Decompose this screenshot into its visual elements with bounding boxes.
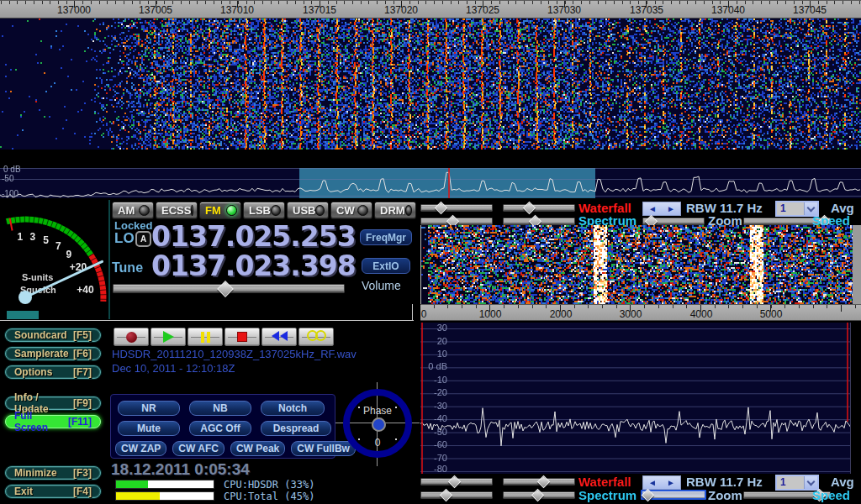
button-label: Options bbox=[14, 366, 52, 378]
mode-label: AM bbox=[118, 204, 135, 217]
tune-slider[interactable] bbox=[113, 284, 345, 293]
mute-button[interactable]: Mute bbox=[118, 421, 180, 436]
play-icon bbox=[163, 331, 174, 343]
rbw-spinner[interactable]: ◄ ► bbox=[642, 202, 681, 216]
button-label: Soundcard bbox=[14, 329, 67, 341]
loop-button[interactable] bbox=[298, 328, 334, 346]
mode-button-cw[interactable]: CW bbox=[330, 202, 372, 219]
db-label: 0 dB bbox=[3, 165, 21, 174]
waterfall-lower-slider[interactable] bbox=[503, 204, 575, 212]
waterfall-upper-slider[interactable] bbox=[420, 204, 493, 212]
slider-thumb[interactable] bbox=[447, 475, 461, 489]
waterfall-lower-slider[interactable] bbox=[503, 478, 575, 486]
mode-led-icon bbox=[405, 205, 412, 216]
freqmgr-button[interactable]: FreqMgr bbox=[360, 229, 412, 245]
rbw-spinner[interactable]: ◄ ► bbox=[642, 475, 681, 490]
samplerate-button[interactable]: Samplerate [F6] bbox=[5, 347, 101, 360]
spin-right-icon[interactable]: ► bbox=[667, 204, 675, 213]
main-frequency-scale[interactable]: 137000 137005 137010 137015 137020 13702… bbox=[0, 0, 861, 18]
zoom-slider[interactable] bbox=[641, 490, 706, 500]
nr-button[interactable]: NR bbox=[118, 401, 180, 416]
db-tick-label: 30 bbox=[422, 323, 447, 333]
phase-dial[interactable]: Phase 0 bbox=[340, 385, 415, 464]
record-button[interactable] bbox=[114, 328, 149, 346]
slider-thumb[interactable] bbox=[439, 489, 452, 502]
spectrum-lower-slider[interactable] bbox=[503, 491, 575, 499]
spin-left-icon[interactable]: ◄ bbox=[648, 204, 657, 213]
volume-track-line[interactable] bbox=[0, 320, 414, 321]
avg-select-value: 1 bbox=[777, 476, 804, 489]
dropdown-button[interactable] bbox=[804, 476, 817, 489]
main-waterfall-display[interactable] bbox=[0, 0, 861, 150]
mode-button-am[interactable]: AM bbox=[112, 202, 154, 219]
datetime-display: 18.12.2011 0:05:34 bbox=[111, 460, 250, 479]
lo-frequency-display[interactable]: 0137.025.253 bbox=[151, 223, 356, 250]
nb-button[interactable]: NB bbox=[189, 401, 251, 416]
mode-button-ecss[interactable]: ECSS bbox=[156, 202, 198, 219]
zoom-frequency-scale[interactable]: 0 1000 2000 3000 4000 5000 bbox=[420, 304, 861, 321]
freq-tick-label: 137045 bbox=[793, 4, 827, 16]
button-fkey: [F9] bbox=[73, 397, 92, 409]
spectrum-upper-slider[interactable] bbox=[420, 491, 493, 499]
record-icon bbox=[126, 332, 137, 343]
dsp-panel: NR NB Notch Mute AGC Off Despread CW ZAP… bbox=[110, 394, 335, 459]
slider-thumb[interactable] bbox=[523, 202, 536, 215]
mode-button-fm[interactable]: FM bbox=[199, 202, 241, 219]
stop-button[interactable] bbox=[224, 328, 260, 346]
despread-button[interactable]: Despread bbox=[261, 421, 331, 436]
s-meter-gauge[interactable] bbox=[0, 200, 109, 319]
rewind-button[interactable] bbox=[261, 328, 297, 346]
zoom-waterfall-display[interactable] bbox=[420, 225, 853, 304]
freq-tick-label: 4000 bbox=[690, 308, 713, 320]
zoom-slider[interactable] bbox=[642, 218, 705, 225]
volume-label: Volume bbox=[362, 279, 401, 292]
mode-button-drm[interactable]: DRM bbox=[374, 202, 416, 219]
spectrum-lower-slider[interactable] bbox=[503, 218, 575, 225]
waterfall-label[interactable]: Waterfall bbox=[578, 475, 631, 489]
options-button[interactable]: Options [F7] bbox=[5, 365, 101, 379]
slider-thumb[interactable] bbox=[537, 475, 551, 489]
mode-button-usb[interactable]: USB bbox=[287, 202, 329, 219]
hdsdr-main-window: 137000 137005 137010 137015 137020 13702… bbox=[0, 0, 861, 504]
cw-peak-button[interactable]: CW Peak bbox=[230, 441, 285, 456]
cw-afc-button[interactable]: CW AFC bbox=[172, 441, 224, 456]
mode-led-icon bbox=[357, 205, 368, 216]
waterfall-upper-slider[interactable] bbox=[420, 478, 493, 486]
button-fkey: [F3] bbox=[73, 467, 92, 479]
phase-title: Phase bbox=[340, 405, 415, 417]
info-update-button[interactable]: Info / Update [F9] bbox=[5, 396, 101, 410]
slider-thumb[interactable] bbox=[642, 489, 655, 502]
squelch-indicator[interactable] bbox=[7, 311, 39, 319]
button-fkey: [F11] bbox=[68, 416, 92, 428]
notch-button[interactable]: Notch bbox=[261, 401, 325, 416]
main-spectrum-canvas[interactable] bbox=[0, 168, 861, 198]
zoom-spectrum-canvas[interactable] bbox=[420, 323, 851, 474]
fullscreen-button[interactable]: Full Screen [F11] bbox=[5, 415, 101, 428]
spin-left-icon[interactable]: ◄ bbox=[648, 478, 657, 487]
slider-thumb[interactable] bbox=[435, 202, 448, 215]
exit-button[interactable]: Exit [F4] bbox=[5, 485, 101, 498]
tune-slider-thumb[interactable] bbox=[217, 281, 234, 297]
spectrum-upper-slider[interactable] bbox=[420, 218, 493, 225]
cpu-hdsdr-label: CPU:HDSDR (33%) bbox=[224, 479, 314, 491]
pause-button[interactable] bbox=[188, 328, 223, 346]
mode-led-icon bbox=[315, 205, 325, 216]
tune-frequency-display[interactable]: 0137.023.398 bbox=[151, 252, 356, 280]
agc-off-button[interactable]: AGC Off bbox=[189, 421, 251, 436]
button-fkey: [F5] bbox=[73, 329, 92, 341]
lo-lock-badge[interactable]: A bbox=[135, 231, 151, 247]
phase-value: 0 bbox=[340, 437, 415, 449]
freq-tick-label: 137015 bbox=[303, 4, 336, 16]
extio-button[interactable]: ExtIO bbox=[362, 258, 410, 274]
zoom-spectrum-display[interactable]: 30 20 10 0 dB -10 -20 -30 -40 -50 -60 -7… bbox=[420, 323, 851, 474]
soundcard-button[interactable]: Soundcard [F5] bbox=[5, 328, 101, 342]
cw-zap-button[interactable]: CW ZAP bbox=[115, 441, 166, 456]
slider-thumb[interactable] bbox=[531, 489, 545, 502]
minimize-button[interactable]: Minimize [F3] bbox=[5, 466, 101, 480]
button-label: Exit bbox=[14, 486, 33, 497]
mode-button-lsb[interactable]: LSB bbox=[243, 202, 285, 219]
spin-right-icon[interactable]: ► bbox=[667, 478, 675, 487]
play-button[interactable] bbox=[151, 328, 186, 346]
main-spectrum-strip[interactable]: 0 dB -50 -100 bbox=[0, 168, 861, 198]
spectrum-label[interactable]: Spectrum bbox=[578, 488, 637, 502]
